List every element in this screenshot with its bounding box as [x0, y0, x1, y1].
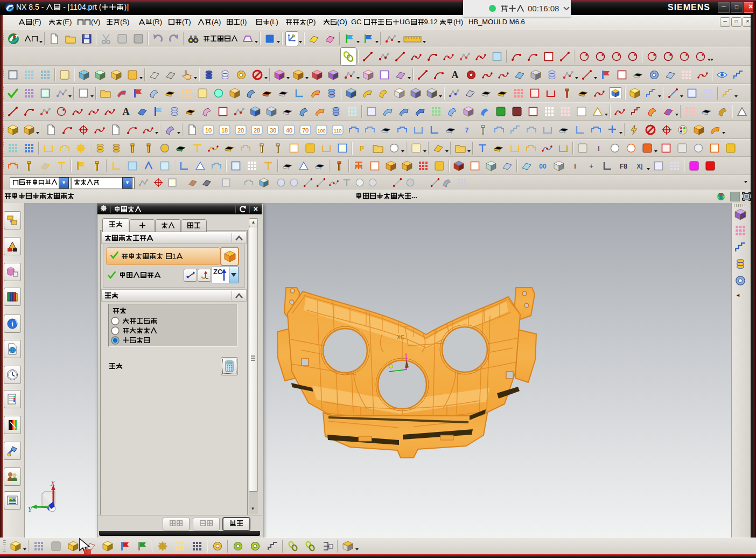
svg-text:X|: X|: [636, 163, 642, 170]
svg-text:I: I: [574, 163, 576, 170]
svg-text:28: 28: [254, 127, 260, 134]
svg-text:110: 110: [334, 128, 341, 134]
svg-text:i: i: [11, 320, 13, 328]
svg-text:7: 7: [465, 127, 469, 134]
svg-text:i: i: [331, 545, 331, 548]
svg-text:40: 40: [286, 127, 292, 134]
svg-text:100: 100: [317, 128, 325, 134]
svg-text:XC: XC: [397, 334, 404, 340]
svg-text:X: X: [50, 479, 55, 487]
svg-text:70: 70: [302, 127, 309, 134]
svg-text:18: 18: [221, 127, 228, 134]
svg-text:A: A: [123, 106, 130, 117]
svg-text:A: A: [452, 69, 459, 80]
svg-text:+: +: [589, 163, 593, 170]
svg-text:F8: F8: [620, 163, 627, 170]
svg-text:Y: Y: [28, 505, 33, 513]
svg-text:30: 30: [270, 127, 276, 134]
svg-text:20: 20: [237, 127, 244, 134]
svg-text:00: 00: [539, 163, 547, 170]
svg-text:I: I: [598, 145, 599, 152]
svg-text:10: 10: [205, 127, 212, 134]
svg-text:P: P: [360, 145, 364, 152]
